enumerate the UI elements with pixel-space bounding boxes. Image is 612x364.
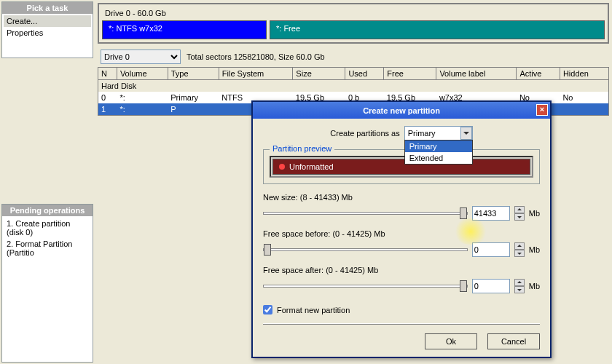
create-as-label: Create partitions as — [330, 129, 399, 138]
th-type[interactable]: Type — [168, 68, 219, 80]
th-volume[interactable]: Volume — [117, 68, 168, 80]
spin-up[interactable] — [514, 279, 525, 286]
chevron-up-icon — [517, 280, 522, 285]
spin-down[interactable] — [514, 286, 525, 293]
pending-panel: Pending operations 1. Create partition (… — [1, 204, 93, 363]
task-create[interactable]: Create... — [4, 15, 91, 27]
th-active[interactable]: Active — [517, 68, 560, 80]
partition-type-dropdown: Primary Extended — [404, 140, 473, 165]
new-size-input[interactable] — [472, 206, 510, 221]
spin-down[interactable] — [514, 250, 525, 257]
free-before-slider[interactable] — [263, 248, 468, 251]
spin-up[interactable] — [514, 206, 525, 213]
format-checkbox[interactable] — [263, 305, 272, 314]
create-partition-dialog: Create new partition × Create partitions… — [251, 100, 552, 358]
close-icon: × — [540, 105, 544, 114]
spin-down[interactable] — [514, 213, 525, 221]
dropdown-option-primary[interactable]: Primary — [405, 141, 472, 152]
free-before-input[interactable] — [472, 242, 510, 257]
slider-thumb[interactable] — [460, 280, 467, 292]
dialog-title: Create new partition × — [253, 102, 550, 119]
preview-bar: Unformatted — [272, 159, 530, 175]
sectors-text: Total sectors 125821080, Size 60.0 Gb — [187, 52, 325, 61]
partition-strip-ntfs[interactable]: *: NTFS w7x32 — [102, 20, 267, 39]
partition-strip-free[interactable]: *: Free — [270, 20, 605, 39]
free-after-slider[interactable] — [263, 285, 468, 288]
th-hidden[interactable]: Hidden — [560, 68, 608, 80]
task-header: Pick a task — [2, 2, 93, 14]
free-before-label: Free space before: (0 - 41425) Mb — [263, 229, 540, 238]
th-n[interactable]: N — [98, 68, 117, 80]
combo-dropdown-button[interactable] — [460, 127, 472, 140]
slider-thumb[interactable] — [264, 244, 271, 256]
cancel-button[interactable]: Cancel — [487, 333, 540, 349]
partition-preview-fieldset: Partition preview Unformatted — [263, 149, 540, 184]
new-size-slider[interactable] — [263, 212, 468, 215]
table-row-harddisk[interactable]: Hard Disk — [98, 80, 609, 92]
th-used[interactable]: Used — [345, 68, 384, 80]
chevron-up-icon — [517, 244, 522, 248]
chevron-down-icon — [517, 251, 522, 256]
chevron-down-icon — [517, 215, 522, 219]
task-panel: Pick a task Create... Properties — [1, 1, 93, 58]
chevron-down-icon — [517, 288, 522, 292]
divider — [263, 323, 540, 325]
drive-bar: Drive 0 - 60.0 Gb *: NTFS w7x32 *: Free — [98, 3, 609, 44]
drive-select[interactable]: Drive 0 — [101, 50, 181, 64]
free-after-input[interactable] — [472, 279, 510, 293]
format-label: Format new partition — [277, 306, 350, 314]
new-size-label: New size: (8 - 41433) Mb — [263, 193, 540, 202]
th-size[interactable]: Size — [293, 68, 345, 80]
slider-thumb[interactable] — [460, 207, 467, 219]
task-properties[interactable]: Properties — [4, 27, 91, 39]
dropdown-option-extended[interactable]: Extended — [405, 152, 472, 164]
th-label[interactable]: Volume label — [436, 68, 517, 80]
th-free[interactable]: Free — [384, 68, 436, 80]
chevron-up-icon — [517, 207, 522, 212]
ok-button[interactable]: Ok — [425, 333, 477, 349]
close-button[interactable]: × — [536, 104, 548, 116]
pending-header: Pending operations — [2, 205, 93, 216]
pending-item[interactable]: 2. Format Partition (Partitio — [4, 238, 91, 258]
th-fs[interactable]: File System — [219, 68, 293, 80]
spin-up[interactable] — [514, 242, 525, 250]
chevron-down-icon — [463, 130, 469, 136]
unformatted-icon — [279, 164, 285, 170]
drive-title: Drive 0 - 60.0 Gb — [102, 7, 605, 19]
free-after-label: Free space after: (0 - 41425) Mb — [263, 266, 540, 274]
pending-item[interactable]: 1. Create partition (disk 0) — [4, 218, 91, 238]
preview-legend: Partition preview — [270, 144, 334, 153]
